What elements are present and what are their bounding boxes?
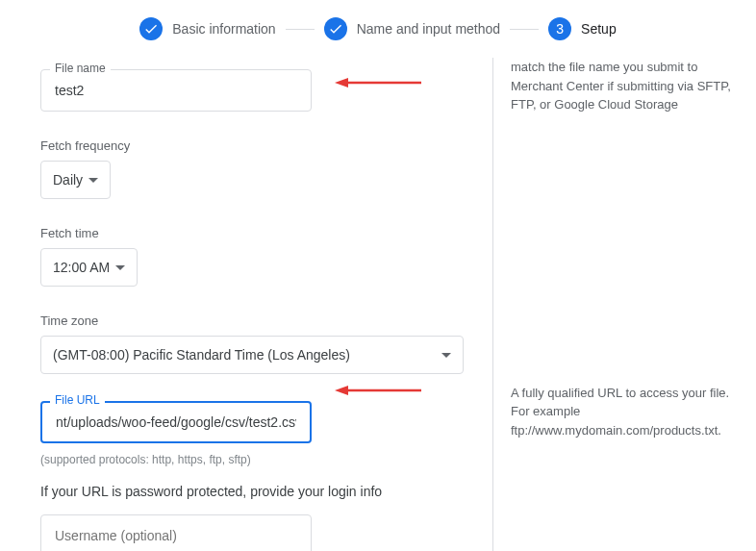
check-icon <box>139 17 163 40</box>
step-label: Setup <box>581 21 617 37</box>
password-info: If your URL is password protected, provi… <box>40 484 475 499</box>
fetch-time-group: Fetch time 12:00 AM <box>40 226 475 287</box>
chevron-down-icon <box>115 265 125 270</box>
time-zone-group: Time zone (GMT-08:00) Pacific Standard T… <box>40 313 475 374</box>
file-url-help: A fully qualified URL to access your fil… <box>511 384 733 440</box>
time-zone-label: Time zone <box>40 313 475 328</box>
file-name-field-group: File name <box>40 69 475 112</box>
chevron-down-icon <box>441 353 451 358</box>
step-basic-information[interactable]: Basic information <box>139 17 275 40</box>
time-zone-select[interactable]: (GMT-08:00) Pacific Standard Time (Los A… <box>40 336 464 374</box>
step-label: Name and input method <box>357 21 500 37</box>
annotation-arrow-icon <box>335 77 421 88</box>
fetch-time-value: 12:00 AM <box>53 260 110 275</box>
file-url-input[interactable] <box>40 401 312 443</box>
fetch-frequency-select[interactable]: Daily <box>40 161 111 199</box>
username-field-group <box>40 514 475 551</box>
step-name-input-method[interactable]: Name and input method <box>324 17 500 40</box>
fetch-frequency-label: Fetch frequency <box>40 138 475 153</box>
protocols-hint: (supported protocols: http, https, ftp, … <box>40 453 475 466</box>
fetch-time-select[interactable]: 12:00 AM <box>40 248 138 287</box>
annotation-arrow-icon <box>335 385 421 396</box>
step-connector <box>286 29 315 30</box>
file-name-label: File name <box>50 62 111 75</box>
fetch-frequency-value: Daily <box>53 172 83 188</box>
file-url-field-group: File URL <box>40 401 475 443</box>
chevron-down-icon <box>88 178 98 183</box>
step-connector <box>510 29 539 30</box>
file-name-input[interactable] <box>40 69 312 112</box>
fetch-time-label: Fetch time <box>40 226 475 240</box>
time-zone-value: (GMT-08:00) Pacific Standard Time (Los A… <box>53 347 350 363</box>
step-number: 3 <box>548 17 571 40</box>
step-setup[interactable]: 3 Setup <box>548 17 617 40</box>
check-icon <box>324 17 347 40</box>
stepper: Basic information Name and input method … <box>0 0 756 58</box>
file-url-label: File URL <box>50 393 105 407</box>
fetch-frequency-group: Fetch frequency Daily <box>40 138 475 199</box>
step-label: Basic information <box>172 21 275 37</box>
file-name-help: match the file name you submit to Mercha… <box>511 58 733 114</box>
username-input[interactable] <box>40 514 312 551</box>
svg-marker-1 <box>335 78 348 88</box>
svg-marker-3 <box>335 386 348 395</box>
